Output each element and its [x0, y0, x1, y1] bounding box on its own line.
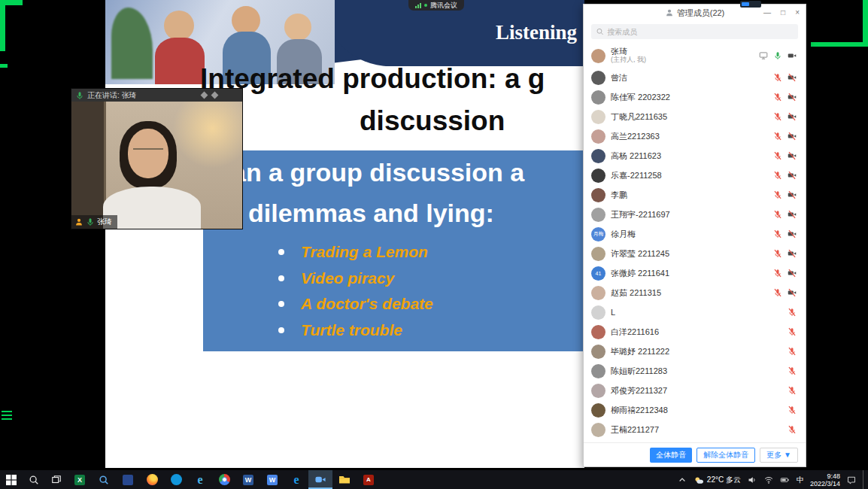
member-row[interactable]: 41 张微婷 2211641	[584, 263, 806, 283]
member-status-icons[interactable]	[773, 210, 797, 219]
camera-off-icon[interactable]	[788, 288, 797, 297]
member-status-icons[interactable]	[773, 171, 797, 180]
camera-off-icon[interactable]	[788, 190, 797, 199]
member-row[interactable]: 丁晓凡2211635	[584, 107, 806, 126]
member-row[interactable]: 白洋2211616	[584, 322, 806, 342]
member-row[interactable]: 许翠莹 2211245	[584, 244, 806, 263]
camera-off-icon[interactable]	[788, 269, 797, 278]
taskbar-search-button[interactable]	[23, 470, 45, 489]
video-pin-icon[interactable]	[201, 92, 208, 99]
camera-off-icon[interactable]	[788, 249, 797, 258]
member-row[interactable]: 张琦 (主持人, 我)	[584, 44, 806, 68]
taskbar-app-word[interactable]: W	[236, 470, 260, 489]
mic-off-icon[interactable]	[788, 366, 797, 375]
mic-off-icon[interactable]	[773, 288, 782, 297]
chevron-up-icon[interactable]	[677, 475, 687, 485]
show-desktop-button[interactable]	[863, 470, 866, 489]
member-row[interactable]: 陈姮昕2211283	[584, 361, 806, 381]
mic-off-icon[interactable]	[773, 93, 782, 102]
meeting-status-pill[interactable]: 腾讯会议	[408, 0, 464, 11]
member-status-icons[interactable]	[773, 269, 797, 278]
member-status-icons[interactable]	[773, 190, 797, 199]
mic-off-icon[interactable]	[788, 386, 797, 395]
mic-off-icon[interactable]	[788, 425, 797, 434]
camera-off-icon[interactable]	[788, 171, 797, 180]
member-row[interactable]: 高杨 2211623	[584, 146, 806, 166]
member-status-icons[interactable]	[788, 366, 797, 375]
battery-icon[interactable]	[780, 475, 791, 485]
task-view-button[interactable]	[45, 470, 68, 489]
member-row[interactable]: 月梅 徐月梅	[584, 224, 806, 244]
camera-off-icon[interactable]	[788, 112, 797, 121]
camera-off-icon[interactable]	[788, 151, 797, 160]
member-row[interactable]: 王楠2211277	[584, 420, 806, 439]
taskbar-app-wps[interactable]: W	[260, 470, 284, 489]
member-row[interactable]: 王翔宇-2211697	[584, 205, 806, 224]
member-status-icons[interactable]	[773, 229, 797, 238]
member-status-icons[interactable]	[773, 112, 797, 121]
member-status-icons[interactable]	[773, 249, 797, 258]
mic-off-icon[interactable]	[773, 190, 782, 199]
mic-off-icon[interactable]	[773, 112, 782, 121]
member-row[interactable]: 曾洁	[584, 68, 806, 87]
camera-icon[interactable]	[788, 51, 797, 60]
taskbar-app-search-tool[interactable]	[92, 470, 116, 489]
member-row[interactable]: 邓俊芳2211327	[584, 381, 806, 400]
taskbar-app-file-explorer[interactable]	[332, 470, 357, 489]
screen-share-icon[interactable]	[759, 51, 768, 60]
member-row[interactable]: 毕璐妤 2211222	[584, 342, 806, 361]
member-status-icons[interactable]	[773, 288, 797, 297]
maximize-button[interactable]: □	[781, 9, 785, 17]
mic-off-icon[interactable]	[773, 73, 782, 82]
member-status-icons[interactable]	[788, 386, 797, 395]
mic-on-icon[interactable]	[773, 51, 782, 60]
camera-off-icon[interactable]	[788, 210, 797, 219]
mic-off-icon[interactable]	[773, 229, 782, 238]
mic-off-icon[interactable]	[773, 151, 782, 160]
mute-all-button[interactable]: 全体静音	[650, 448, 692, 463]
member-row[interactable]: 乐嘉-2211258	[584, 166, 806, 185]
taskbar-app-chrome[interactable]	[212, 470, 236, 489]
taskbar-app-internet-explorer[interactable]: e	[188, 470, 212, 489]
mic-off-icon[interactable]	[773, 210, 782, 219]
video-popout-icon[interactable]	[211, 92, 219, 99]
member-status-icons[interactable]	[788, 347, 797, 356]
member-row[interactable]: 高兰2212363	[584, 126, 806, 146]
taskbar-app-edge[interactable]: e	[284, 470, 308, 489]
member-status-icons[interactable]	[773, 73, 797, 82]
member-row[interactable]: 陈佳军 2202322	[584, 87, 806, 107]
mic-off-icon[interactable]	[773, 269, 782, 278]
mic-off-icon[interactable]	[788, 327, 797, 336]
mic-off-icon[interactable]	[788, 308, 797, 317]
member-status-icons[interactable]	[773, 132, 797, 141]
search-input[interactable]	[607, 28, 794, 36]
start-button[interactable]	[0, 470, 23, 489]
taskbar-app-excel[interactable]: X	[68, 470, 92, 489]
camera-off-icon[interactable]	[788, 229, 797, 238]
member-status-icons[interactable]	[773, 151, 797, 160]
unmute-all-button[interactable]: 解除全体静音	[697, 448, 755, 463]
member-status-icons[interactable]	[788, 327, 797, 336]
camera-off-icon[interactable]	[788, 93, 797, 102]
weather-widget[interactable]: 22°C 多云	[693, 475, 741, 485]
taskbar-app-firefox[interactable]	[140, 470, 164, 489]
minimize-button[interactable]: —	[763, 9, 771, 17]
member-status-icons[interactable]	[773, 93, 797, 102]
taskbar-app-notes[interactable]	[116, 470, 140, 489]
member-row[interactable]: L	[584, 302, 806, 322]
mic-off-icon[interactable]	[773, 171, 782, 180]
member-row[interactable]: 李鹏	[584, 185, 806, 205]
speaker-video-window[interactable]: 正在讲话: 张琦 张琦	[71, 89, 242, 229]
member-row[interactable]: 赵茹 2211315	[584, 283, 806, 302]
member-search[interactable]	[591, 24, 798, 39]
volume-icon[interactable]	[747, 475, 757, 485]
mic-off-icon[interactable]	[773, 249, 782, 258]
mic-off-icon[interactable]	[788, 405, 797, 415]
clock[interactable]: 9:48 2022/3/14	[810, 472, 840, 487]
close-button[interactable]: ×	[795, 9, 800, 17]
mic-off-icon[interactable]	[773, 132, 782, 141]
member-status-icons[interactable]	[788, 405, 797, 415]
video-window-header[interactable]: 正在讲话: 张琦	[71, 89, 242, 102]
taskbar-app-qq[interactable]	[164, 470, 188, 489]
member-status-icons[interactable]	[788, 308, 797, 317]
